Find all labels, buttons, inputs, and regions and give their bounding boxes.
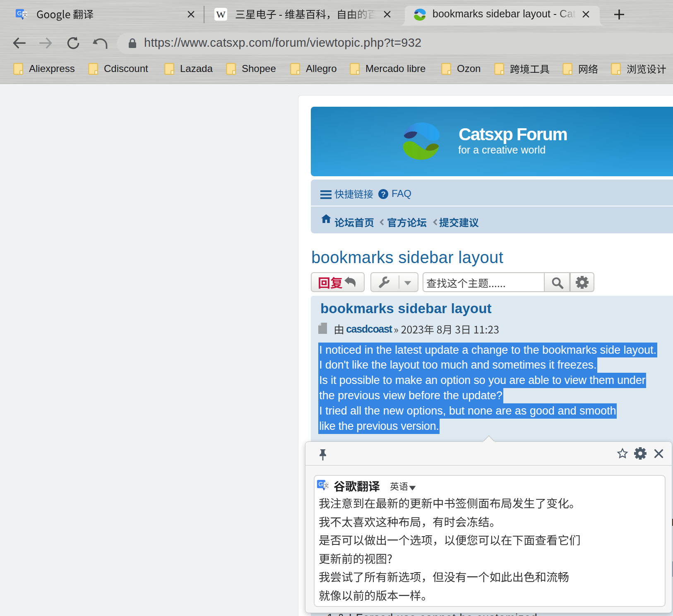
- svg-text:G: G: [17, 10, 22, 17]
- svg-text:G: G: [318, 481, 323, 487]
